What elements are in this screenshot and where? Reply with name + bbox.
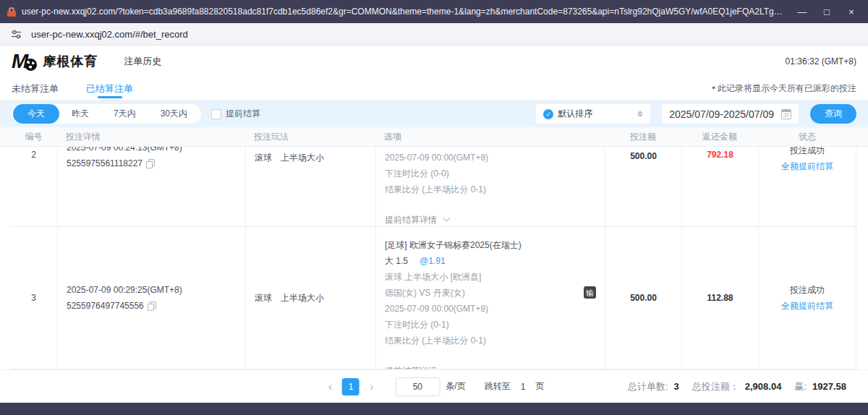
bottom-window-strip bbox=[0, 403, 868, 415]
option-league: [足球] 欧洲女子锦标赛2025(在瑞士) bbox=[385, 237, 596, 253]
total-count-value: 3 bbox=[674, 381, 679, 392]
col-header-option: 选项 bbox=[375, 131, 605, 143]
brand-name: 摩根体育 bbox=[43, 53, 98, 70]
check-circle-icon: ✓ bbox=[543, 109, 553, 119]
sort-selected-value: 默认排序 bbox=[558, 108, 633, 120]
early-settle-detail-toggle[interactable]: 提前结算详情 bbox=[385, 212, 596, 227]
page-size-input[interactable] bbox=[395, 377, 440, 396]
table-row: 3 2025-07-09 00:29:25(GMT+8) 52559764977… bbox=[10, 227, 858, 369]
option-market: 滚球 上半场大小 [欧洲盘] bbox=[385, 269, 596, 285]
cell-no: 3 bbox=[10, 227, 57, 369]
table-footer: ‹ 1 › 条/页 跳转至 1 页 总计单数: 3 总投注额： 2,908.04… bbox=[0, 369, 868, 403]
tabs-row: 未结算注单 已结算注单 • 此记录将显示今天所有已派彩的投注 bbox=[0, 77, 868, 100]
total-stake-label: 总投注额： bbox=[692, 380, 739, 393]
option-odds: @1.91 bbox=[420, 256, 446, 266]
option-pick: 大 1.5 bbox=[385, 256, 408, 266]
status-text: 投注成功 bbox=[767, 147, 847, 158]
table-header-row: 编号 投注详情 投注玩法 选项 投注额 返还金额 状态 bbox=[0, 127, 868, 147]
quick-30days[interactable]: 30天内 bbox=[148, 106, 200, 122]
nav-bet-history[interactable]: 注单历史 bbox=[124, 55, 161, 68]
close-button[interactable]: × bbox=[841, 3, 862, 20]
quick-yesterday[interactable]: 昨天 bbox=[59, 106, 101, 122]
minimize-button[interactable]: — bbox=[791, 3, 813, 20]
tabs-note: • 此记录将显示今天所有已派彩的投注 bbox=[712, 82, 856, 95]
per-page-label: 条/页 bbox=[446, 380, 465, 393]
bet-time: 2025-07-09 00:24:13(GMT+8) bbox=[67, 147, 237, 155]
table-row: 2 2025-07-09 00:24:13(GMT+8) 52559755611… bbox=[10, 147, 858, 227]
page-unit-label: 页 bbox=[535, 380, 544, 393]
early-settle-filter[interactable]: 提前结算 bbox=[211, 108, 260, 120]
option-result-score: 结果比分 (上半场比分 0-1) bbox=[385, 181, 596, 197]
early-settle-label: 提前结算 bbox=[226, 108, 260, 120]
col-header-detail: 投注详情 bbox=[57, 131, 245, 143]
jump-page-value[interactable]: 1 bbox=[521, 382, 526, 392]
cell-no: 2 bbox=[10, 147, 57, 226]
bet-time: 2025-07-09 00:29:25(GMT+8) bbox=[67, 282, 237, 298]
quick-today[interactable]: 今天 bbox=[13, 104, 59, 124]
bet-amount: 500.00 bbox=[614, 293, 673, 303]
calendar-icon bbox=[781, 109, 791, 119]
col-header-status: 状态 bbox=[758, 131, 856, 143]
tab-settled[interactable]: 已结算注单 bbox=[86, 77, 133, 100]
jump-to-label: 跳转至 bbox=[485, 380, 511, 393]
pagination: ‹ 1 › 条/页 跳转至 1 页 bbox=[324, 377, 545, 396]
copy-icon[interactable] bbox=[146, 159, 154, 168]
window-title-url: user-pc-new.xxqj02.com/?token=cdb3a9689f… bbox=[22, 7, 784, 17]
page-number-button[interactable]: 1 bbox=[342, 378, 359, 395]
copy-icon[interactable] bbox=[148, 301, 156, 310]
total-win-label: 赢: bbox=[794, 380, 807, 393]
option-score-at-bet: 下注时比分 (0-1) bbox=[385, 317, 596, 333]
quick-date-group: 今天 昨天 7天内 30天内 bbox=[12, 104, 201, 124]
col-header-play: 投注玩法 bbox=[245, 131, 375, 143]
play-type: 滚球 上半场大小 bbox=[255, 290, 367, 306]
early-settle-detail-toggle[interactable]: 提前结算详情 bbox=[385, 363, 596, 369]
soccer-ball-icon bbox=[25, 59, 37, 71]
option-match-time: 2025-07-09 00:00(GMT+8) bbox=[385, 150, 596, 166]
result-lose-badge: 输 bbox=[584, 286, 596, 299]
browser-titlebar: user-pc-new.xxqj02.com/?token=cdb3a9689f… bbox=[0, 0, 868, 23]
total-win-value: 1927.58 bbox=[812, 381, 846, 392]
return-amount: 792.18 bbox=[707, 150, 733, 160]
bet-table: 编号 投注详情 投注玩法 选项 投注额 返还金额 状态 2 2025-07-09… bbox=[0, 127, 868, 369]
play-type: 滚球 上半场大小 bbox=[255, 150, 367, 166]
site-settings-icon[interactable] bbox=[10, 28, 22, 40]
brand-logo-icon[interactable]: M bbox=[12, 51, 37, 72]
option-match-time: 2025-07-09 00:00(GMT+8) bbox=[385, 301, 596, 317]
full-early-settle-link[interactable]: 全额提前结算 bbox=[767, 298, 847, 314]
address-bar: user-pc-new.xxqj02.com/#/bet_record bbox=[0, 23, 868, 46]
col-header-return: 返还金额 bbox=[681, 131, 758, 143]
table-body[interactable]: 2 2025-07-09 00:24:13(GMT+8) 52559755611… bbox=[0, 147, 868, 369]
status-text: 投注成功 bbox=[767, 282, 847, 298]
filter-bar: 今天 昨天 7天内 30天内 提前结算 ✓ 默认排序 2025/07/09-20… bbox=[0, 100, 868, 127]
search-button[interactable]: 查询 bbox=[810, 104, 856, 124]
early-settle-checkbox[interactable] bbox=[211, 109, 221, 119]
address-url[interactable]: user-pc-new.xxqj02.com/#/bet_record bbox=[31, 29, 188, 40]
server-time: 01:36:32 (GMT+8) bbox=[786, 56, 856, 67]
bet-number: 5255975561118227 bbox=[67, 158, 142, 168]
option-score-at-bet: 下注时比分 (0-0) bbox=[385, 166, 596, 181]
bet-number: 5255976497745556 bbox=[67, 301, 144, 311]
tab-unsettled[interactable]: 未结算注单 bbox=[12, 77, 59, 100]
option-match: 德国(女) VS 丹麦(女) bbox=[385, 288, 465, 298]
app-header: M 摩根体育 注单历史 01:36:32 (GMT+8) bbox=[0, 46, 868, 77]
full-early-settle-link[interactable]: 全额提前结算 bbox=[767, 158, 847, 174]
return-amount: 112.88 bbox=[691, 293, 749, 303]
total-count-label: 总计单数: bbox=[628, 380, 668, 393]
col-header-amount: 投注额 bbox=[605, 131, 681, 143]
sort-arrows-icon bbox=[637, 111, 643, 117]
sort-select[interactable]: ✓ 默认排序 bbox=[536, 104, 650, 124]
option-result-score: 结果比分 (上半场比分 0-1) bbox=[385, 333, 596, 348]
maximize-button[interactable]: □ bbox=[816, 3, 838, 20]
lock-icon bbox=[7, 7, 16, 17]
date-range-value: 2025/07/09-2025/07/09 bbox=[669, 108, 774, 120]
next-page-icon[interactable]: › bbox=[365, 380, 378, 393]
quick-7days[interactable]: 7天内 bbox=[101, 106, 148, 122]
prev-page-icon[interactable]: ‹ bbox=[324, 380, 336, 393]
date-range-picker[interactable]: 2025/07/09-2025/07/09 bbox=[662, 104, 799, 124]
col-header-no: 编号 bbox=[10, 131, 57, 143]
chevron-down-icon bbox=[443, 215, 451, 222]
bet-amount: 500.00 bbox=[630, 151, 657, 161]
totals-summary: 总计单数: 3 总投注额： 2,908.04 赢: 1927.58 bbox=[628, 380, 854, 393]
total-stake-value: 2,908.04 bbox=[745, 381, 782, 392]
